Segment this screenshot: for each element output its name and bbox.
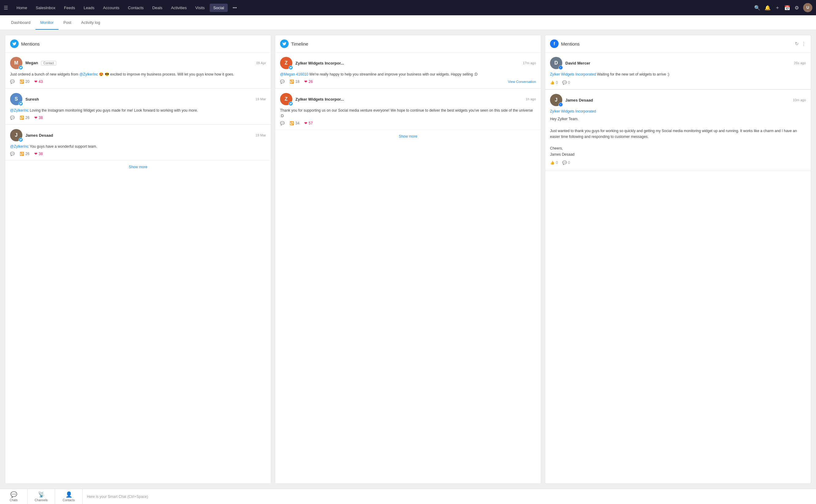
timeline-header-2: Z Zylker Widgets Incorpor... 1h ago <box>280 93 536 105</box>
fb-card-james: J f James Desaad 10m ago Zylker Widgets … <box>545 90 811 169</box>
nav-deals[interactable]: Deals <box>148 4 166 12</box>
like-timeline-2[interactable]: ❤ 57 <box>304 121 313 125</box>
comment-icon-james: 💬 <box>562 161 567 165</box>
twitter-timeline-icon <box>280 39 289 48</box>
avatar-zylker-1: Z <box>280 57 292 69</box>
post-header-suresh: S Suresh 19 Mar <box>10 93 266 105</box>
fb-comment-james[interactable]: 💬 0 <box>562 161 570 165</box>
notifications-icon[interactable]: 🔔 <box>765 5 771 11</box>
tab-dashboard[interactable]: Dashboard <box>6 16 35 30</box>
calendar-icon[interactable]: 📅 <box>784 5 790 11</box>
nav-salesinbox[interactable]: SalesInbox <box>32 4 59 12</box>
like-action-megan[interactable]: ❤ 43 <box>34 80 43 84</box>
fb-author-james: James Desaad <box>565 98 593 102</box>
fb-header-james: J f James Desaad 10m ago <box>550 94 806 106</box>
fb-like-james[interactable]: 👍 0 <box>550 161 558 165</box>
fb-like-david[interactable]: 👍 0 <box>550 80 558 85</box>
hamburger-icon[interactable]: ☰ <box>4 5 8 11</box>
reply-action-james[interactable]: 💬 <box>10 152 15 156</box>
mention-megan[interactable]: @Megan 416010 <box>280 72 308 76</box>
twitter-badge-megan <box>19 65 23 70</box>
nav-leads[interactable]: Leads <box>80 4 98 12</box>
post-body-suresh: @ZylkerInc Loving the Instagram monitori… <box>10 108 266 113</box>
fb-comment-david[interactable]: 💬 0 <box>562 80 570 85</box>
avatar-megan: M <box>10 57 22 69</box>
post-actions-timeline-2: 💬 🔁 34 ❤ 57 <box>280 121 536 125</box>
search-icon[interactable]: 🔍 <box>754 5 760 11</box>
post-actions-james: 💬 🔁 26 ❤ 38 <box>10 152 266 156</box>
fb-body-david: Zylker Widgets Incorporated Waiting for … <box>550 72 806 77</box>
reply-icon-t1: 💬 <box>280 80 285 84</box>
brand-link-david[interactable]: Zylker Widgets Incorporated <box>550 72 596 76</box>
retweet-count-megan: 20 <box>25 80 29 84</box>
twitter-badge-suresh <box>19 102 23 106</box>
more-options-icon[interactable]: ⋮ <box>801 41 806 46</box>
retweet-action-james[interactable]: 🔁 26 <box>20 152 29 156</box>
facebook-badge-david: f <box>558 65 563 70</box>
twitter-badge-zylker-2 <box>289 102 293 106</box>
brand-link-james[interactable]: Zylker Widgets Incorporated <box>550 109 596 113</box>
nav-home[interactable]: Home <box>13 4 31 12</box>
fb-actions-david: 👍 0 💬 0 <box>550 80 806 85</box>
like-action-james[interactable]: ❤ 38 <box>34 152 43 156</box>
nav-accounts[interactable]: Accounts <box>99 4 123 12</box>
twitter-timeline-panel: Timeline Z Zylker Widgets Incorpor... 17… <box>275 35 541 484</box>
facebook-mentions-panel: f Mentions ↻ ⋮ D f David Mercer 26s <box>545 35 811 484</box>
retweet-count-t2: 34 <box>295 121 299 125</box>
nav-feeds[interactable]: Feeds <box>60 4 79 12</box>
retweet-timeline-2[interactable]: 🔁 34 <box>290 121 299 125</box>
reply-timeline-1[interactable]: 💬 <box>280 80 285 84</box>
nav-items: Home SalesInbox Feeds Leads Accounts Con… <box>13 4 754 12</box>
post-body-megan: Just ordered a bunch of new widgets from… <box>10 72 266 77</box>
nav-social[interactable]: Social <box>210 4 228 12</box>
author-zylker-2: Zylker Widgets Incorpor... <box>295 97 344 102</box>
twitter-mentions-title: Mentions <box>21 41 266 46</box>
mention-zylker-1[interactable]: @ZylkerInc <box>79 72 98 76</box>
like-count-t2: 57 <box>309 121 313 125</box>
post-meta-zylker-2: Zylker Widgets Incorpor... <box>295 97 525 102</box>
retweet-icon-t1: 🔁 <box>290 80 294 84</box>
post-actions-suresh: 💬 🔁 26 ❤ 38 <box>10 116 266 120</box>
facebook-badge-james: f <box>558 102 563 107</box>
retweet-action-megan[interactable]: 🔁 20 <box>20 80 29 84</box>
like-count-megan: 43 <box>39 80 43 84</box>
like-timeline-1[interactable]: ❤ 26 <box>304 80 313 84</box>
retweet-icon-suresh: 🔁 <box>20 116 24 120</box>
add-icon[interactable]: ＋ <box>775 5 780 11</box>
fb-meta-david: David Mercer <box>565 61 794 65</box>
tab-post[interactable]: Post <box>58 16 76 30</box>
tweet-card-james: J James Desaad 19 Mar @ZylkerInc You guy… <box>5 125 271 161</box>
mention-zylker-2[interactable]: @ZylkerInc <box>10 108 29 113</box>
retweet-icon-t2: 🔁 <box>290 121 294 125</box>
settings-icon[interactable]: ⚙ <box>795 5 799 11</box>
reply-icon-suresh: 💬 <box>10 116 15 120</box>
timeline-card-1: Z Zylker Widgets Incorpor... 17m ago @Me… <box>275 53 541 88</box>
like-action-suresh[interactable]: ❤ 38 <box>34 116 43 120</box>
nav-contacts[interactable]: Contacts <box>124 4 147 12</box>
retweet-timeline-1[interactable]: 🔁 18 <box>290 80 299 84</box>
retweet-action-suresh[interactable]: 🔁 26 <box>20 116 29 120</box>
refresh-icon[interactable]: ↻ <box>795 41 799 46</box>
like-count-suresh: 38 <box>39 116 43 120</box>
thumbs-up-icon-james: 👍 <box>550 161 554 165</box>
reply-action-suresh[interactable]: 💬 <box>10 116 15 120</box>
nav-activities[interactable]: Activities <box>167 4 190 12</box>
retweet-icon: 🔁 <box>20 80 24 84</box>
tab-activity-log[interactable]: Activity log <box>76 16 105 30</box>
contact-badge-megan: Contact <box>41 61 56 65</box>
heart-icon-james: ❤ <box>34 152 37 156</box>
twitter-icon <box>10 39 19 48</box>
nav-more[interactable]: ••• <box>229 4 241 12</box>
timeline-show-more[interactable]: Show more <box>275 130 541 143</box>
reply-action-megan[interactable]: 💬 <box>10 80 15 84</box>
view-conversation-btn[interactable]: View Conversation <box>508 80 536 83</box>
post-body-timeline-2: Thank you for supporting us on our Socia… <box>280 108 536 119</box>
nav-visits[interactable]: Visits <box>191 4 209 12</box>
tab-monitor[interactable]: Monitor <box>35 16 58 30</box>
reply-timeline-2[interactable]: 💬 <box>280 121 285 125</box>
mention-zylker-3[interactable]: @ZylkerInc <box>10 144 29 149</box>
fb-date-david: 26s ago <box>794 61 806 65</box>
post-meta-james: James Desaad <box>25 133 256 138</box>
twitter-mentions-show-more[interactable]: Show more <box>5 161 271 173</box>
avatar[interactable]: U <box>803 3 812 12</box>
